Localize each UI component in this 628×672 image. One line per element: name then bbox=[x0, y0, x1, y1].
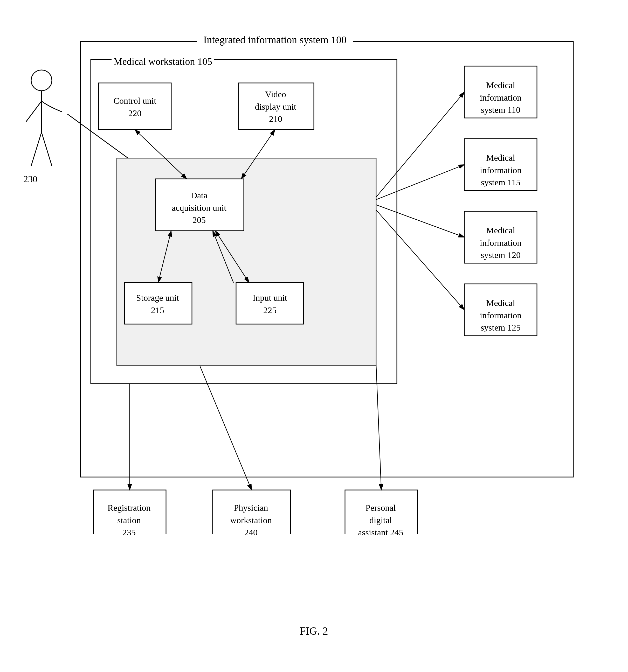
svg-line-7 bbox=[67, 114, 182, 197]
person-label: 230 bbox=[23, 174, 37, 185]
svg-line-28 bbox=[376, 92, 464, 197]
svg-line-27 bbox=[213, 231, 233, 283]
outer-box-title: Integrated information system 100 bbox=[197, 34, 353, 46]
mis-110-label: Medicalinformationsystem 110 bbox=[464, 79, 537, 116]
svg-point-0 bbox=[31, 70, 52, 91]
physician-workstation-label: Physicianworkstation240 bbox=[211, 502, 290, 539]
storage-unit-label: Storage unit215 bbox=[123, 292, 192, 316]
input-unit-label: Input unit225 bbox=[235, 292, 304, 316]
mis-115-label: Medicalinformationsystem 115 bbox=[464, 152, 537, 189]
svg-line-4 bbox=[42, 132, 52, 166]
registration-station-label: Registrationstation235 bbox=[92, 502, 166, 539]
fig-label: FIG. 2 bbox=[16, 625, 612, 637]
svg-line-24 bbox=[241, 129, 275, 179]
control-unit-label: Control unit220 bbox=[98, 95, 171, 119]
svg-line-26 bbox=[215, 231, 249, 283]
pda-label: Personaldigitalassistant 245 bbox=[344, 502, 418, 539]
mis-120-label: Medicalinformationsystem 120 bbox=[464, 224, 537, 261]
svg-line-3 bbox=[31, 132, 42, 166]
dau-label: Dataacquisition unit205 bbox=[154, 189, 244, 226]
workstation-title: Medical workstation 105 bbox=[112, 56, 214, 67]
svg-line-31 bbox=[376, 210, 464, 310]
svg-line-23 bbox=[135, 129, 187, 179]
svg-line-33 bbox=[200, 365, 252, 490]
svg-line-25 bbox=[158, 231, 171, 283]
svg-line-30 bbox=[376, 205, 464, 237]
video-display-label: Videodisplay unit210 bbox=[237, 88, 314, 125]
svg-line-29 bbox=[376, 165, 464, 200]
svg-line-34 bbox=[376, 365, 381, 490]
mis-125-label: Medicalinformationsystem 125 bbox=[464, 297, 537, 334]
svg-line-2 bbox=[26, 101, 42, 122]
